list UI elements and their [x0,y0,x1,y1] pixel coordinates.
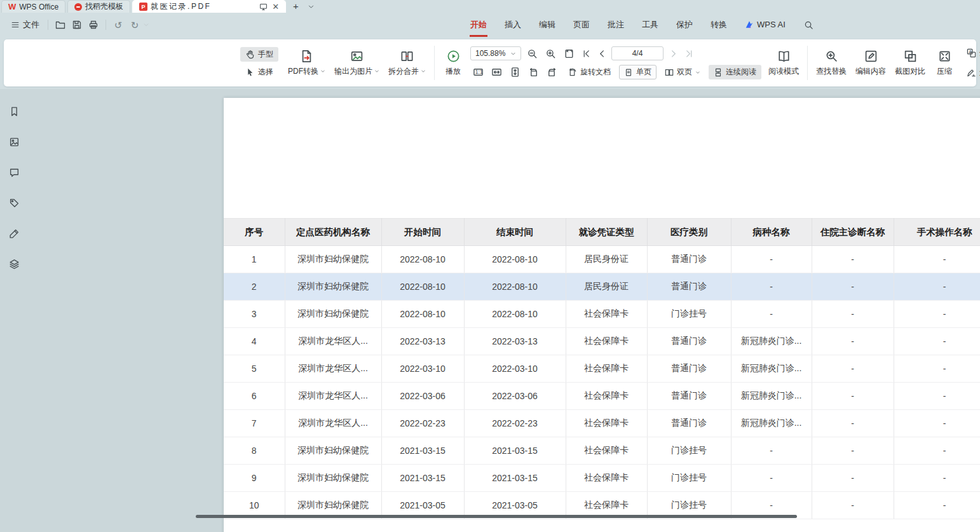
table-row: 4深圳市龙华区人...2022-03-132022-03-13社会保障卡普通门诊… [224,328,980,355]
ribbon-tab-page[interactable]: 页面 [564,13,599,37]
table-cell: - [812,437,894,465]
play-button[interactable]: 播放 [439,47,468,79]
open-file-button[interactable] [52,17,69,32]
layers-panel-button[interactable] [6,256,22,272]
wps-ai-label: WPS AI [757,13,786,37]
fit-page-button[interactable] [507,65,522,79]
split-merge-button[interactable]: 拆分合并 [384,47,430,79]
printer-icon [88,20,99,30]
full-text-translate-button[interactable]: A 全文翻译 [962,46,980,60]
word-translate-button[interactable]: 划词翻译 [962,65,980,80]
fit-width-button[interactable] [489,65,504,79]
table-cell: 深圳市龙华区人... [285,410,381,437]
ribbon-tab-comment[interactable]: 批注 [599,13,633,37]
table-row: 3深圳市妇幼保健院2022-08-102022-08-10社会保障卡门诊挂号--… [224,301,980,328]
edit-content-button[interactable]: 编辑内容 [851,47,890,79]
select-tool-button[interactable]: 选择 [240,65,278,79]
ribbon-tab-insert[interactable]: 插入 [496,13,530,37]
compress-button[interactable]: 压缩 [930,47,959,79]
export-image-button[interactable]: 输出为图片 [330,47,384,79]
actual-size-icon: 1:1 [473,67,484,78]
single-page-icon [624,68,633,77]
export-image-icon [350,50,364,63]
fit-window-icon [564,48,575,59]
horizontal-scrollbar[interactable] [196,515,797,518]
table-cell: 居民身份证 [566,246,647,273]
hamburger-icon [11,20,20,29]
ribbon-tab-wps-ai[interactable]: WPS AI [736,13,794,37]
table-cell: - [812,301,894,328]
table-cell: 普通门诊 [647,383,731,410]
previous-page-button[interactable] [595,46,608,60]
save-button[interactable] [69,17,85,32]
undo-button[interactable]: ↺ [110,17,126,32]
next-page-button[interactable] [667,46,679,60]
monitor-icon[interactable] [259,3,268,11]
attachments-panel-button[interactable] [6,194,22,211]
redo-button[interactable]: ↻ [126,17,143,32]
table-cell: - [812,410,894,437]
double-page-button[interactable]: 双页 [660,65,705,79]
tab-wps-office[interactable]: W WPS Office [1,0,65,13]
single-page-button[interactable]: 单页 [619,65,657,79]
last-page-icon [684,49,694,58]
single-page-label: 单页 [636,67,651,78]
screenshot-compare-button[interactable]: 截图对比 [890,47,930,79]
rotate-left-button[interactable] [526,65,541,79]
ribbon-tab-tools[interactable]: 工具 [633,13,667,37]
column-header: 结束时间 [464,219,566,246]
ribbon-tab-protect[interactable]: 保护 [667,13,702,37]
hand-tool-button[interactable]: 手型 [240,47,278,62]
fit-window-button[interactable] [561,46,576,60]
table-cell: 9 [224,465,285,492]
read-mode-button[interactable]: 阅读模式 [764,47,803,79]
bookmarks-panel-button[interactable] [6,103,22,119]
table-cell: 2022-03-06 [381,383,464,410]
table-cell: - [731,246,812,273]
rotate-right-button[interactable] [544,65,559,79]
pdf-convert-icon [300,50,313,63]
table-cell: - [812,246,894,273]
first-page-icon [582,49,591,58]
ribbon-tab-home[interactable]: 开始 [461,13,496,37]
rotate-document-button[interactable]: 旋转文档 [562,65,616,79]
wps-ai-icon [745,20,754,29]
zoom-out-button[interactable] [524,46,540,60]
tab-docer-templates[interactable]: 找稻壳模板 [67,0,130,13]
signature-panel-button[interactable] [6,225,22,242]
thumbnails-panel-button[interactable] [6,133,22,150]
comments-panel-button[interactable] [6,164,22,181]
ribbon-search-button[interactable] [801,17,817,33]
print-button[interactable] [85,17,102,32]
table-header: 序号定点医药机构名称开始时间结束时间就诊凭证类型医疗类别病种名称住院主诊断名称手… [224,219,980,246]
table-cell: 2021-03-15 [381,437,464,465]
ribbon-tab-edit[interactable]: 编辑 [530,13,564,37]
find-replace-button[interactable]: 查找替换 [812,47,851,79]
zoom-in-button[interactable] [543,46,558,60]
zoom-level-select[interactable]: 105.88% [470,46,521,60]
medical-records-table: 序号定点医药机构名称开始时间结束时间就诊凭证类型医疗类别病种名称住院主诊断名称手… [224,218,980,519]
table-cell: 2021-03-15 [464,437,566,465]
redo-history-chevron-icon[interactable] [143,22,149,28]
pdf-convert-button[interactable]: PDF转换 [283,47,330,79]
table-cell: 深圳市龙华区人... [285,328,381,355]
table-row: 1深圳市妇幼保健院2022-08-102022-08-10居民身份证普通门诊--… [224,246,980,273]
tab-document-pdf[interactable]: P 就医记录.PDF ✕ [132,0,286,13]
table-cell: 深圳市龙华区人... [285,383,381,410]
double-page-label: 双页 [677,67,692,78]
last-page-button[interactable] [683,46,695,60]
first-page-button[interactable] [580,46,592,60]
new-tab-button[interactable]: + [288,0,304,13]
actual-size-button[interactable]: 1:1 [470,65,486,79]
page-number-input[interactable]: 4/4 [611,46,664,60]
table-row: 5深圳市龙华区人...2022-03-102022-03-10社会保障卡普通门诊… [224,355,980,383]
tab-list-chevron-icon[interactable] [308,3,315,10]
table-cell: - [894,328,980,355]
file-menu-button[interactable]: 文件 [6,17,44,33]
find-replace-label: 查找替换 [816,66,847,77]
table-cell: 2022-02-23 [381,410,464,437]
close-tab-icon[interactable]: ✕ [272,3,279,11]
column-header: 病种名称 [731,219,812,246]
continuous-reading-button[interactable]: 连续阅读 [709,65,761,79]
ribbon-tab-convert[interactable]: 转换 [702,13,736,37]
